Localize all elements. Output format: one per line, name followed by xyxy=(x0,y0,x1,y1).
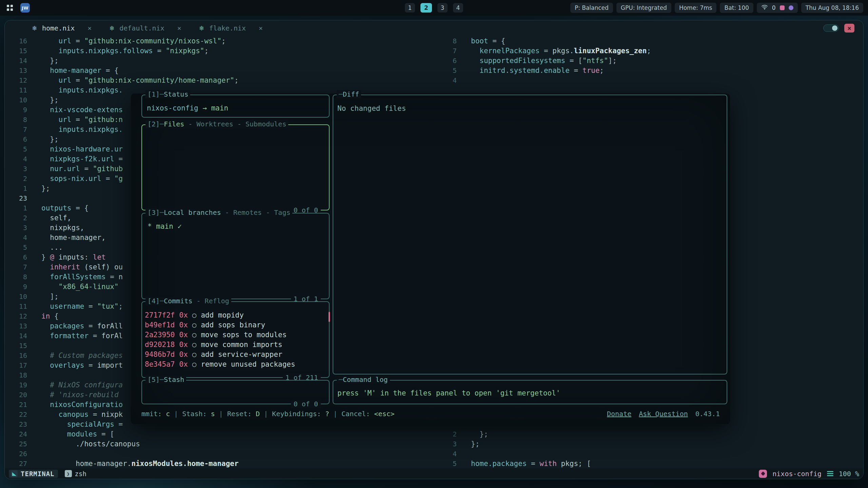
commit-row[interactable]: d9202180x○move common imports xyxy=(145,340,326,349)
panel-stash[interactable]: [5]─Stash 0 of 0 xyxy=(141,380,330,404)
panel-files[interactable]: [2]─Files - Worktrees - Submodules 0 of … xyxy=(141,124,330,210)
code-segment: n xyxy=(119,273,123,281)
commit-row[interactable]: 2717f2f0x○add mopidy xyxy=(145,310,326,320)
commits-scrollbar[interactable] xyxy=(329,312,330,322)
code-text: self, xyxy=(41,214,72,222)
commit-row[interactable]: 9486b7d0x○add service-wrapper xyxy=(145,349,326,359)
panel-tab[interactable]: Reflog xyxy=(205,297,229,305)
tab-flake.nix[interactable]: ❄flake.nix× xyxy=(199,24,263,32)
tray-pink-icon[interactable] xyxy=(780,5,785,10)
panel-tab[interactable]: Submodules xyxy=(245,120,286,128)
code-segment: = xyxy=(114,155,123,163)
code-segment: boot xyxy=(471,37,488,45)
commit-author: 0x xyxy=(179,331,188,339)
app-launcher-icon[interactable] xyxy=(5,3,15,13)
line-number: 13 xyxy=(5,322,27,330)
code-segment: nixosConfiguratio xyxy=(41,401,123,409)
workspace-button-1[interactable]: 1 xyxy=(405,3,415,13)
code-segment: specialArgs xyxy=(41,420,114,428)
panel-diff[interactable]: ─Diff No changed files xyxy=(333,95,727,374)
code-text: kernelPackages = pkgs.linuxPackages_zen; xyxy=(471,47,651,55)
code-line: 7 kernelPackages = pkgs.linuxPackages_ze… xyxy=(434,46,863,56)
panel-tab[interactable]: Tags xyxy=(274,208,290,217)
code-text: inputs.nixpkgs. xyxy=(41,125,123,134)
code-segment: nixpk xyxy=(101,410,123,419)
code-text: }; xyxy=(41,57,59,65)
line-number: 1 xyxy=(5,184,27,192)
line-number: 2 xyxy=(5,214,27,222)
wifi-icon[interactable] xyxy=(761,4,768,11)
lazygit-version: 0.43.1 xyxy=(695,410,720,418)
commit-message: add mopidy xyxy=(201,311,243,319)
panel-title-dash: ─ xyxy=(160,120,164,128)
shell-tab[interactable]: ❯ zsh xyxy=(65,470,86,477)
volume-indicator[interactable]: 0 xyxy=(772,4,776,11)
code-text: }; xyxy=(41,96,59,104)
code-text: }; xyxy=(471,430,488,438)
editor-area: 16 url = "github:nix-community/nixos-wsl… xyxy=(5,36,863,468)
link-ask-question[interactable]: Ask Question xyxy=(639,410,688,418)
code-segment: ; xyxy=(599,66,604,75)
panel-tab-separator: - xyxy=(233,120,245,128)
branch-ref: → main xyxy=(202,104,228,112)
code-segment: url xyxy=(41,76,72,84)
code-segment: "github:nix-community/home-manager" xyxy=(84,76,234,84)
workspace-button-2[interactable]: 2 xyxy=(420,3,432,13)
tab-home.nix[interactable]: ❄home.nix× xyxy=(32,24,92,32)
tab-close-icon[interactable]: × xyxy=(259,24,263,32)
code-segment: true xyxy=(583,66,600,75)
code-text: nixos-hardware.ur xyxy=(41,145,123,153)
code-segment: }; xyxy=(41,135,59,143)
code-segment: import xyxy=(97,361,123,369)
tray-purple-icon[interactable] xyxy=(789,5,793,10)
line-number: 24 xyxy=(5,430,27,438)
code-segment: url xyxy=(41,116,72,124)
line-number: 3 xyxy=(5,224,27,232)
commit-row[interactable]: 2a239500x○move sops to modules xyxy=(145,330,326,340)
panel-tab[interactable]: Remotes xyxy=(233,208,262,217)
code-segment: = { xyxy=(101,66,119,75)
panel-command-log[interactable]: ─Command log press 'M' in the files pane… xyxy=(333,380,727,404)
code-segment: = xyxy=(80,165,93,173)
code-segment: ... xyxy=(41,243,63,251)
help-key: c xyxy=(166,410,170,418)
code-segment: kernelPackages xyxy=(471,47,539,55)
commit-author: 0x xyxy=(179,360,188,368)
code-text: in { xyxy=(41,312,59,320)
topbar-right: P: BalancedGPU: IntegratedHome: 7msBat: … xyxy=(570,3,863,13)
code-segment: "ntfs" xyxy=(583,57,608,65)
code-segment: inherit xyxy=(41,263,80,271)
workspace-button-3[interactable]: 3 xyxy=(437,3,448,13)
line-number: 21 xyxy=(5,401,27,409)
window-close-button[interactable]: × xyxy=(844,24,854,33)
clock[interactable]: Thu Aug 08, 18:16 xyxy=(801,3,863,13)
code-segment: = { xyxy=(72,204,89,212)
code-text: } @ inputs: let xyxy=(41,253,106,261)
panel-title-dash: ─ xyxy=(160,375,164,384)
link-donate[interactable]: Donate xyxy=(607,410,631,418)
commit-row[interactable]: 8e345a70x○remove unused packages xyxy=(145,359,326,369)
workspace-button-4[interactable]: 4 xyxy=(453,3,463,13)
code-segment: linuxPackages_zen xyxy=(574,47,647,55)
panel-title-dash: ─ xyxy=(160,90,164,98)
logo-badge[interactable]: JW xyxy=(20,3,30,13)
panel-status[interactable]: [1]─Status nixos-config → main xyxy=(141,95,330,118)
commit-graph-node-icon: ○ xyxy=(192,321,197,329)
panel-commits[interactable]: [4]─Commits - Reflog 2717f2f0x○add mopid… xyxy=(141,301,330,378)
commit-row[interactable]: b49ef1d0x○add sops binary xyxy=(145,320,326,330)
line-number: 6 xyxy=(434,57,457,65)
code-text: inherit (self) ou xyxy=(41,263,123,271)
code-text: outputs = { xyxy=(41,204,88,212)
panel-tab[interactable]: Worktrees xyxy=(197,120,233,128)
tab-close-icon[interactable]: × xyxy=(177,24,181,32)
window-pin-toggle[interactable] xyxy=(823,24,839,32)
code-segment: = xyxy=(72,116,84,124)
help-separator: | xyxy=(260,410,272,418)
panel-branches[interactable]: [3]─Local branches - Remotes - Tags * ma… xyxy=(141,213,330,299)
line-number: 12 xyxy=(5,76,27,84)
tab-default.nix[interactable]: ❄default.nix× xyxy=(109,24,181,32)
code-text: sops-nix.url = "g xyxy=(41,175,123,183)
code-segment: "github:nix-community/nixos-wsl" xyxy=(84,37,221,45)
nix-snowflake-icon: ❄ xyxy=(32,24,37,32)
tab-close-icon[interactable]: × xyxy=(87,24,92,32)
